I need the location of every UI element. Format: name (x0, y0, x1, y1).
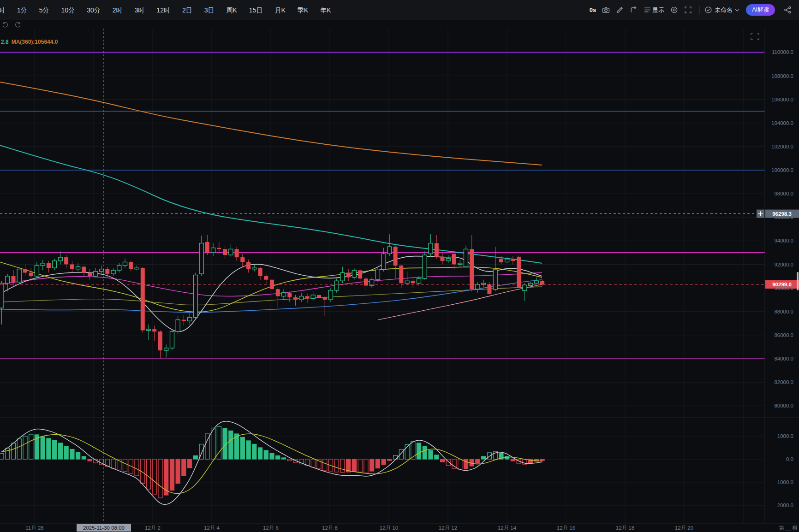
workspace-selector[interactable]: 未命名 (704, 6, 739, 14)
svg-text:根: 根 (792, 525, 798, 531)
svg-text:12月 4: 12月 4 (204, 525, 220, 531)
svg-text:12月 18: 12月 18 (616, 525, 634, 531)
top-toolbar: 时1分5分10分30分2时3时12时2日3日周K15日月K季K年K 0s 显示 … (0, 0, 799, 20)
svg-text:102000.0: 102000.0 (771, 144, 793, 149)
workspace-name: 未命名 (715, 6, 733, 14)
target-icon[interactable] (667, 4, 681, 17)
macd-dea-line (2, 434, 543, 494)
crosshair-price-tag: 96298.3 (765, 210, 799, 218)
svg-text:82000.0: 82000.0 (774, 379, 793, 385)
bar-jump-control[interactable]: 第根 (779, 525, 798, 531)
svg-text:94000.0: 94000.0 (774, 238, 793, 243)
svg-text:-2000.0: -2000.0 (775, 502, 793, 508)
svg-text:106000.0: 106000.0 (771, 97, 793, 102)
svg-text:0.0: 0.0 (786, 456, 793, 462)
toolbar-divider (699, 6, 700, 14)
undo-icon[interactable] (2, 21, 9, 28)
svg-text:108000.0: 108000.0 (771, 73, 793, 79)
svg-text:86000.0: 86000.0 (774, 332, 793, 338)
svg-text:12月 6: 12月 6 (263, 525, 279, 531)
timeframe-button-4[interactable]: 30分 (81, 0, 107, 20)
timeframe-button-0[interactable]: 时 (0, 0, 11, 20)
svg-text:12月 2: 12月 2 (145, 525, 161, 531)
timeframe-button-14[interactable]: 年K (314, 0, 337, 20)
cloud-check-icon (704, 6, 712, 14)
svg-text:104000.0: 104000.0 (771, 120, 793, 126)
timeframe-button-10[interactable]: 周K (221, 0, 243, 20)
svg-text:90000.0: 90000.0 (774, 285, 793, 291)
timeframe-button-6[interactable]: 3时 (129, 0, 151, 20)
fullscreen-icon[interactable] (681, 4, 695, 17)
svg-text:88000.0: 88000.0 (774, 309, 793, 314)
svg-text:12月 16: 12月 16 (557, 525, 575, 531)
svg-text:110000.0: 110000.0 (772, 49, 793, 55)
replay-icon[interactable] (626, 4, 640, 17)
svg-text:92000.0: 92000.0 (774, 262, 793, 267)
alert-plus-button[interactable] (757, 210, 764, 218)
svg-text:-1000.0: -1000.0 (775, 479, 793, 485)
crosshair-time-tag: 2025-11-30 08:00 (77, 524, 131, 532)
timeframe-button-8[interactable]: 2日 (176, 0, 198, 20)
timeframe-button-3[interactable]: 10分 (55, 0, 81, 20)
macd-dif-line (2, 421, 543, 504)
indicator-legend: 2.8MA(360):105644.0 (1, 39, 58, 45)
history-controls (2, 21, 21, 28)
svg-text:12月 12: 12月 12 (439, 525, 457, 531)
timeframe-button-12[interactable]: 月K (268, 0, 291, 20)
timeframe-button-7[interactable]: 12时 (150, 0, 176, 20)
chart-area[interactable]: 90299.0110000.0108000.0106000.0104000.01… (0, 20, 799, 532)
timeframe-button-5[interactable]: 2时 (107, 0, 129, 20)
svg-text:1000.0: 1000.0 (777, 433, 793, 439)
svg-text:12月 20: 12月 20 (675, 525, 693, 531)
display-button[interactable]: 显示 (652, 6, 664, 14)
svg-text:96298.3: 96298.3 (772, 211, 792, 217)
ai-analysis-button[interactable]: AI解读 (746, 4, 775, 16)
svg-text:100000.0: 100000.0 (771, 167, 793, 173)
toolbar-right: 0s 显示 未命名 AI解读 (590, 4, 799, 17)
svg-text:第: 第 (779, 525, 784, 531)
edit-icon[interactable] (613, 4, 626, 17)
timeframe-list: 时1分5分10分30分2时3时12时2日3日周K15日月K季K年K (0, 0, 337, 20)
pane-expand-icon[interactable] (751, 33, 759, 40)
timeframe-button-2[interactable]: 5分 (33, 0, 55, 20)
ma-line-MA-salmon (378, 284, 542, 320)
svg-text:12月 10: 12月 10 (380, 525, 398, 531)
share-icon[interactable] (781, 4, 794, 17)
timeframe-button-13[interactable]: 季K (292, 0, 314, 20)
timeframe-button-1[interactable]: 1分 (11, 0, 33, 20)
chevron-down-icon (735, 8, 739, 12)
svg-text:80000.0: 80000.0 (774, 403, 793, 408)
redo-icon[interactable] (14, 21, 21, 28)
svg-text:2025-11-30 08:00: 2025-11-30 08:00 (83, 525, 125, 531)
svg-text:11月 28: 11月 28 (25, 525, 43, 531)
price-chart-canvas[interactable]: 90299.0110000.0108000.0106000.0104000.01… (0, 20, 799, 532)
svg-text:98000.0: 98000.0 (774, 191, 793, 196)
axis-scrollbar[interactable] (797, 272, 799, 290)
timer-countdown: 0s (590, 6, 596, 13)
timeframe-button-9[interactable]: 3日 (198, 0, 221, 20)
svg-text:12月 8: 12月 8 (322, 525, 338, 531)
svg-text:12月 14: 12月 14 (498, 525, 517, 531)
timeframe-button-11[interactable]: 15日 (243, 0, 269, 20)
svg-text:84000.0: 84000.0 (774, 356, 793, 361)
camera-icon[interactable] (599, 4, 613, 17)
